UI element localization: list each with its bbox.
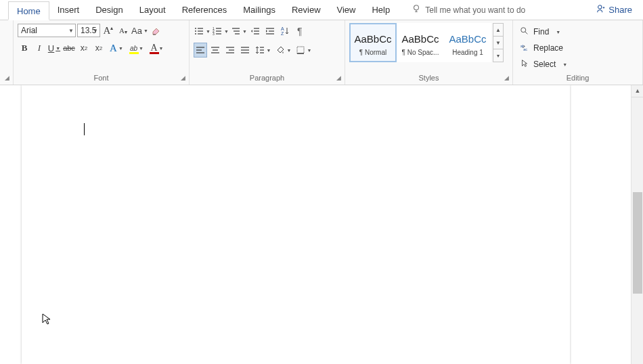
tab-home[interactable]: Home <box>8 1 49 20</box>
style-normal[interactable]: AaBbCc ¶ Normal <box>349 23 397 62</box>
paint-bucket-icon <box>275 45 286 55</box>
tab-references[interactable]: References <box>174 1 235 20</box>
replace-label: Replace <box>533 43 563 53</box>
styles-down-button[interactable]: ▼ <box>493 37 503 49</box>
bullets-button[interactable]: ▼ <box>194 24 210 39</box>
tell-me-text: Tell me what you want to do <box>425 5 525 15</box>
svg-text:3: 3 <box>213 32 215 36</box>
replace-icon: abac <box>520 43 529 54</box>
strikethrough-button[interactable]: abc <box>62 41 76 55</box>
scroll-up-button[interactable]: ▲ <box>631 85 643 97</box>
eraser-icon <box>151 25 162 36</box>
select-button[interactable]: Select ▼ <box>517 57 570 72</box>
group-styles: AaBbCc ¶ Normal AaBbCc ¶ No Spac... AaBb… <box>345 20 513 85</box>
search-icon <box>520 26 529 38</box>
tab-insert[interactable]: Insert <box>49 1 88 20</box>
group-clipboard: ◢ <box>0 20 14 85</box>
borders-icon <box>295 45 306 55</box>
scroll-thumb[interactable] <box>633 192 642 294</box>
tab-design[interactable]: Design <box>87 1 131 20</box>
styles-more-button[interactable]: ▾ <box>493 49 503 62</box>
shading-button[interactable]: ▼ <box>273 43 292 58</box>
highlight-button[interactable]: ab ▼ <box>127 41 146 55</box>
align-left-button[interactable] <box>194 43 207 58</box>
tab-layout[interactable]: Layout <box>131 1 174 20</box>
font-size-combo[interactable]: 13.5 ▼ <box>77 24 100 37</box>
clipboard-dialog-launcher[interactable]: ◢ <box>3 74 11 83</box>
document-page[interactable] <box>22 85 570 364</box>
svg-point-5 <box>195 28 196 29</box>
replace-button[interactable]: abac Replace <box>517 41 570 55</box>
select-label: Select <box>533 60 556 69</box>
sort-button[interactable]: AZ <box>278 24 292 39</box>
style-preview: AaBbCc <box>354 30 391 49</box>
line-spacing-button[interactable]: ▼ <box>253 43 272 58</box>
text-effects-button[interactable]: A▼ <box>107 41 126 55</box>
style-name-label: ¶ No Spac... <box>402 49 439 56</box>
align-center-button[interactable] <box>208 43 222 58</box>
subscript-button[interactable]: x2 <box>77 41 91 55</box>
change-case-button[interactable]: Aa▼ <box>131 23 148 38</box>
ribbon-tabs: Home Insert Design Layout References Mai… <box>0 0 643 20</box>
svg-point-7 <box>195 33 196 35</box>
group-font: Arial ▼ 13.5 ▼ A▴ A▾ Aa▼ B I <box>14 20 190 85</box>
paragraph-dialog-launcher[interactable]: ◢ <box>334 74 342 83</box>
lightbulb-icon <box>412 4 421 16</box>
show-paragraph-marks-button[interactable]: ¶ <box>293 24 307 39</box>
justify-button[interactable] <box>238 43 252 58</box>
font-name-value: Arial <box>18 26 47 35</box>
styles-gallery-scroller: ▲ ▼ ▾ <box>493 23 504 62</box>
group-editing: Find ▼ abac Replace Select ▼ Editing <box>513 20 643 85</box>
font-name-combo[interactable]: Arial ▼ <box>18 24 76 37</box>
style-preview: AaBbCc <box>449 30 486 49</box>
svg-point-3 <box>598 5 602 9</box>
group-paragraph: ▼ 123▼ ▼ AZ ¶ ▼ ▼ ▼ P <box>190 20 345 85</box>
tab-review[interactable]: Review <box>284 1 329 20</box>
clear-formatting-button[interactable] <box>150 23 163 38</box>
document-area: ▲ <box>0 85 643 364</box>
svg-point-6 <box>195 30 196 32</box>
multilevel-list-button[interactable]: ▼ <box>230 24 247 39</box>
tell-me[interactable]: Tell me what you want to do <box>412 4 525 16</box>
svg-text:Z: Z <box>281 31 284 36</box>
style-name-label: ¶ Normal <box>359 49 386 56</box>
ribbon: ◢ Arial ▼ 13.5 ▼ A▴ A▾ Aa▼ <box>0 20 643 85</box>
tab-help[interactable]: Help <box>363 1 398 20</box>
chevron-down-icon: ▼ <box>93 28 98 34</box>
vertical-scrollbar[interactable]: ▲ <box>631 85 643 364</box>
decrease-indent-button[interactable] <box>248 24 262 39</box>
styles-group-label: Styles <box>349 72 508 85</box>
text-caret <box>84 123 85 135</box>
tab-mailings[interactable]: Mailings <box>235 1 284 20</box>
svg-rect-43 <box>297 47 304 53</box>
style-name-label: Heading 1 <box>452 49 483 56</box>
align-right-button[interactable] <box>223 43 237 58</box>
font-dialog-launcher[interactable]: ◢ <box>179 74 187 83</box>
superscript-button[interactable]: x2 <box>92 41 106 55</box>
font-color-button[interactable]: A ▼ <box>148 41 167 55</box>
increase-indent-button[interactable] <box>263 24 277 39</box>
shrink-font-button[interactable]: A▾ <box>116 23 130 38</box>
borders-button[interactable]: ▼ <box>294 43 313 58</box>
bold-button[interactable]: B <box>18 41 31 55</box>
svg-line-46 <box>525 31 528 34</box>
style-preview: AaBbCc <box>401 30 439 49</box>
styles-up-button[interactable]: ▲ <box>493 24 503 37</box>
share-button[interactable]: Share <box>596 4 632 16</box>
style-no-spacing[interactable]: AaBbCc ¶ No Spac... <box>397 23 444 62</box>
numbering-button[interactable]: 123▼ <box>212 24 229 39</box>
svg-text:ac: ac <box>523 47 527 51</box>
cursor-icon <box>520 59 529 70</box>
svg-point-0 <box>414 5 419 10</box>
find-label: Find <box>533 27 549 37</box>
tab-view[interactable]: View <box>329 1 364 20</box>
underline-button[interactable]: U▼ <box>47 41 61 55</box>
italic-button[interactable]: I <box>32 41 46 55</box>
chevron-down-icon: ▼ <box>68 28 74 34</box>
styles-dialog-launcher[interactable]: ◢ <box>502 74 510 83</box>
svg-point-45 <box>521 27 526 32</box>
grow-font-button[interactable]: A▴ <box>102 23 115 38</box>
style-heading1[interactable]: AaBbCc Heading 1 <box>444 23 491 62</box>
share-label: Share <box>608 5 632 15</box>
find-button[interactable]: Find ▼ <box>517 24 570 39</box>
